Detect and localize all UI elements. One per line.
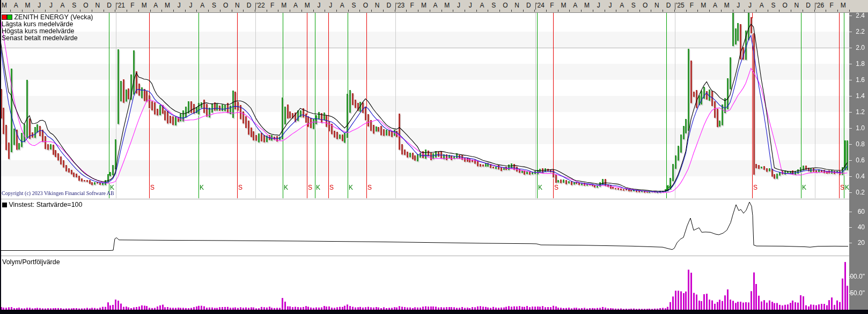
axis-tick xyxy=(581,10,582,12)
axis-tick xyxy=(453,10,453,12)
axis-tick xyxy=(837,10,838,12)
month-label: J xyxy=(608,2,612,9)
axis-tick xyxy=(628,10,628,12)
month-label: N xyxy=(95,2,100,9)
axis-tick xyxy=(499,10,500,12)
axis-tick xyxy=(733,10,733,12)
axis-tick xyxy=(104,10,104,12)
month-label: A xyxy=(153,2,158,9)
month-label: A xyxy=(340,2,344,9)
month-label: J xyxy=(329,2,332,9)
axis-tick xyxy=(849,10,850,12)
year-separator-tick xyxy=(395,3,396,10)
month-label: M xyxy=(444,2,450,9)
month-label: M xyxy=(701,2,706,9)
month-label: '24 xyxy=(536,2,545,9)
month-label: A xyxy=(480,2,484,9)
month-label: J xyxy=(49,2,53,9)
axis-tick xyxy=(756,10,756,12)
axis-tick xyxy=(196,10,197,12)
year-separator-tick xyxy=(535,3,536,10)
axis-tick xyxy=(138,10,139,12)
axis-tick xyxy=(255,10,255,12)
month-label: D xyxy=(806,2,811,9)
axis-tick xyxy=(68,10,69,12)
month-label: O xyxy=(83,2,88,9)
month-label: M xyxy=(841,2,846,9)
axis-tick xyxy=(208,10,209,12)
month-label: M xyxy=(165,2,170,9)
month-label: '26 xyxy=(816,2,825,9)
axis-tick xyxy=(185,10,186,12)
axis-tick xyxy=(721,10,722,12)
axis-tick xyxy=(383,10,384,12)
month-label: M xyxy=(724,2,730,9)
axis-tick xyxy=(161,10,162,12)
axis-tick xyxy=(127,10,127,12)
axis-tick xyxy=(605,10,605,12)
month-label: J xyxy=(38,2,41,9)
month-label: N xyxy=(514,2,519,9)
month-label: F xyxy=(829,2,833,9)
axis-tick xyxy=(406,10,407,12)
month-label: M xyxy=(281,2,286,9)
axis-tick xyxy=(465,10,465,12)
month-label: D xyxy=(386,2,391,9)
axis-tick xyxy=(697,10,698,12)
axis-tick xyxy=(639,10,640,12)
year-separator-tick xyxy=(675,3,675,10)
axis-tick xyxy=(10,10,11,12)
month-label: F xyxy=(690,2,694,9)
axis-tick xyxy=(243,10,244,12)
axis-tick xyxy=(803,10,803,12)
axis-tick xyxy=(232,10,232,12)
axis-tick xyxy=(442,10,442,12)
month-label: N xyxy=(795,2,799,9)
axis-tick xyxy=(336,10,337,12)
month-label: A xyxy=(293,2,298,9)
month-label: J xyxy=(469,2,472,9)
month-label: F xyxy=(410,2,414,9)
axis-tick xyxy=(430,10,430,12)
month-label: D xyxy=(107,2,112,9)
month-label: D xyxy=(247,2,252,9)
axis-tick xyxy=(791,10,791,12)
axis-tick xyxy=(278,10,278,12)
axis-tick xyxy=(569,10,570,12)
month-label: M xyxy=(421,2,426,9)
month-label: '22 xyxy=(256,2,265,9)
month-label: '21 xyxy=(116,2,125,9)
month-label: A xyxy=(713,2,717,9)
year-separator-tick xyxy=(255,3,256,10)
month-label: F xyxy=(130,2,134,9)
month-label: M xyxy=(2,2,7,9)
month-label: O xyxy=(643,2,648,9)
price-volume-chart-canvas[interactable] xyxy=(0,13,868,314)
time-axis[interactable]: MAMJJASOND'21FMAMJJASOND'22FMAMJJASOND'2… xyxy=(0,0,868,13)
month-label: J xyxy=(189,2,193,9)
month-label: J xyxy=(178,2,181,9)
axis-tick xyxy=(511,10,512,12)
axis-tick xyxy=(674,10,675,12)
month-label: J xyxy=(737,2,740,9)
axis-tick xyxy=(57,10,57,12)
axis-tick xyxy=(558,10,558,12)
axis-tick xyxy=(663,10,663,12)
axis-tick xyxy=(173,10,174,12)
axis-tick xyxy=(476,10,477,12)
month-label: S xyxy=(491,2,496,9)
month-label: S xyxy=(352,2,356,9)
month-label: O xyxy=(223,2,228,9)
month-label: N xyxy=(654,2,659,9)
month-label: D xyxy=(526,2,531,9)
axis-tick xyxy=(22,10,23,12)
axis-tick xyxy=(779,10,779,12)
axis-tick xyxy=(371,10,372,12)
axis-tick xyxy=(686,10,687,12)
axis-tick xyxy=(301,10,302,12)
vikingen-chart-window: MAMJJASOND'21FMAMJJASOND'22FMAMJJASOND'2… xyxy=(0,0,868,314)
month-label: '23 xyxy=(396,2,405,9)
axis-tick xyxy=(744,10,745,12)
axis-tick xyxy=(488,10,488,12)
month-label: S xyxy=(631,2,636,9)
